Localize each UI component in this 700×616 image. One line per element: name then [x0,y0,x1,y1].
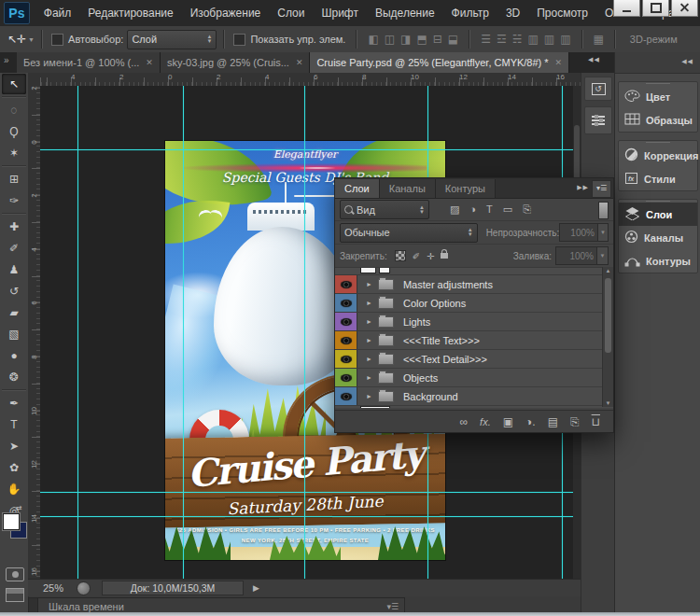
auto-align-icon-0[interactable]: ▦ [594,33,604,46]
layer-visibility-chip[interactable] [335,387,357,405]
move-tool-preset-icon[interactable]: ↖✛ [7,33,26,46]
dock-item-стили[interactable]: fxСтили [619,167,697,190]
maximize-button[interactable] [642,0,669,17]
menu-item-1[interactable]: Редактирование [79,0,181,26]
align-icon-4[interactable]: ⊟ [433,33,442,46]
distribute-icon-1[interactable]: ☲ [497,33,507,46]
opacity-caret-icon[interactable]: ▼ [598,223,609,242]
blur-tool[interactable]: ● [2,345,26,366]
layer-name[interactable]: Master adjustments [403,279,493,290]
panel-menu-icon[interactable]: ▾☰ [592,180,611,198]
opacity-value[interactable]: 100% [559,223,598,242]
menu-item-0[interactable]: Файл [35,0,80,26]
new-layer-icon[interactable]: ⎘ [570,415,580,428]
eye-icon[interactable] [341,356,352,363]
panel-collapse-icon[interactable]: ▶▶ [577,184,589,191]
lasso-tool[interactable]: Ϙ [2,121,26,142]
type-tool[interactable]: T [2,414,26,435]
tab-close-icon[interactable]: ✕ [146,58,153,67]
history-panel-button[interactable]: ↺ [584,77,612,101]
zoom-level[interactable]: 25% [43,582,63,594]
layer-name[interactable]: <<<Title Text>>> [403,335,480,346]
document-tab-1[interactable]: sky-03.jpg @ 25% (Cruis...✕ [161,52,311,73]
dock-item-образцы[interactable]: Образцы [619,108,697,132]
healing-brush-tool[interactable]: ✚ [2,217,26,237]
layer-name[interactable]: Color Options [403,298,466,309]
fill-caret-icon[interactable]: ▼ [597,246,609,265]
new-group-icon[interactable]: ▤ [548,415,558,428]
expand-group-icon[interactable]: ► [366,337,372,343]
expand-group-icon[interactable]: ► [366,356,372,362]
eyedropper-tool[interactable]: ✑ [2,190,26,211]
align-icon-3[interactable]: ⬒ [416,33,427,46]
properties-panel-button[interactable] [584,106,612,134]
swap-colors-icon[interactable]: ⇄ [16,504,22,512]
crop-tool[interactable]: ⊞ [2,169,26,189]
guide-vertical[interactable] [183,86,184,579]
document-tab-2[interactable]: Cruise Party.psd @ 25% (Elegantflyer, CM… [310,52,569,73]
dock-collapse-icon[interactable]: ◀◀ [681,58,693,65]
layer-row[interactable]: ►<<<Text Detail>>> [335,350,613,369]
layer-list-scrollbar[interactable]: ▲ ▼ [602,267,613,407]
foreground-color-swatch[interactable] [3,513,20,530]
guide-vertical[interactable] [77,86,78,579]
brush-tool[interactable]: ✐ [2,238,26,259]
distribute-icon-5[interactable]: ▥ [560,33,570,46]
layer-visibility-chip[interactable] [335,313,357,330]
quick-mask-button[interactable] [6,567,24,581]
expand-group-icon[interactable]: ► [366,300,372,306]
autoselect-checkbox[interactable] [51,34,63,46]
document-tab-0[interactable]: Без имени-1 @ 100% (...✕ [17,52,161,73]
guide-horizontal[interactable] [40,516,581,517]
expand-group-icon[interactable]: ► [366,374,372,381]
dock-item-каналы[interactable]: Каналы [619,226,697,249]
layer-mask-icon[interactable]: ▣ [503,415,513,428]
layer-name[interactable]: Objects [403,372,438,384]
menu-item-4[interactable]: Шрифт [313,0,366,26]
filter-smart-icon[interactable]: ⎘ [523,203,531,216]
quick-selection-tool[interactable]: ✶ [2,143,26,163]
expand-group-icon[interactable]: ► [366,318,372,325]
tab-overflow-icon[interactable]: » [4,55,9,65]
chevron-down-icon[interactable]: ▼ [28,36,35,43]
menu-item-6[interactable]: Фильтр [443,0,497,26]
close-button[interactable] [671,0,698,17]
dock-item-цвет[interactable]: Цвет [619,85,697,108]
eye-icon[interactable] [341,393,352,400]
history-brush-tool[interactable]: ↺ [2,281,26,301]
layer-row[interactable]: ►Objects [335,369,613,387]
filter-adjustment-icon[interactable]: ◑ [469,203,476,216]
pen-tool[interactable]: ✒ [2,393,26,413]
lock-pixels-icon[interactable]: ✐ [413,251,420,261]
eye-icon[interactable] [341,374,352,382]
eraser-tool[interactable]: ▰ [2,302,26,323]
panel-tab-0[interactable]: Слои [335,179,380,198]
align-icon-5[interactable]: ⬓ [448,33,458,46]
status-options-icon[interactable]: ▶ [253,583,259,593]
link-layers-icon[interactable]: ∞ [460,415,469,428]
adjustment-layer-icon[interactable]: ◑. [525,415,536,428]
layer-name[interactable]: Background [403,391,458,402]
scroll-down-icon[interactable]: ▼ [603,400,613,406]
eye-icon[interactable] [341,337,352,344]
eye-icon[interactable] [341,281,352,288]
expand-group-icon[interactable]: ► [366,281,372,287]
document-size-field[interactable]: Док: 10,0M/150,3M [102,581,244,595]
clone-stamp-tool[interactable]: ♟ [2,259,26,280]
menu-item-7[interactable]: 3D [497,0,528,26]
marquee-tool[interactable]: ◌ [2,100,26,120]
distribute-icon-0[interactable]: ☰ [481,33,491,46]
dock-item-слои[interactable]: Слои [619,203,697,226]
align-icon-0[interactable]: ◧ [368,33,378,46]
eye-icon[interactable] [341,318,352,326]
tab-close-icon[interactable]: ✕ [296,58,303,67]
guide-horizontal[interactable] [40,149,581,150]
lock-all-icon[interactable] [441,253,448,259]
guide-horizontal[interactable] [40,492,581,493]
menu-item-2[interactable]: Изображение [182,0,270,26]
panel-tab-2[interactable]: Контуры [436,179,496,198]
fill-value[interactable]: 100% [555,246,597,265]
align-icon-1[interactable]: ◫ [385,33,395,46]
delete-layer-icon[interactable]: ⊔ [592,415,600,428]
layer-row[interactable]: ►Color Options [335,294,613,313]
